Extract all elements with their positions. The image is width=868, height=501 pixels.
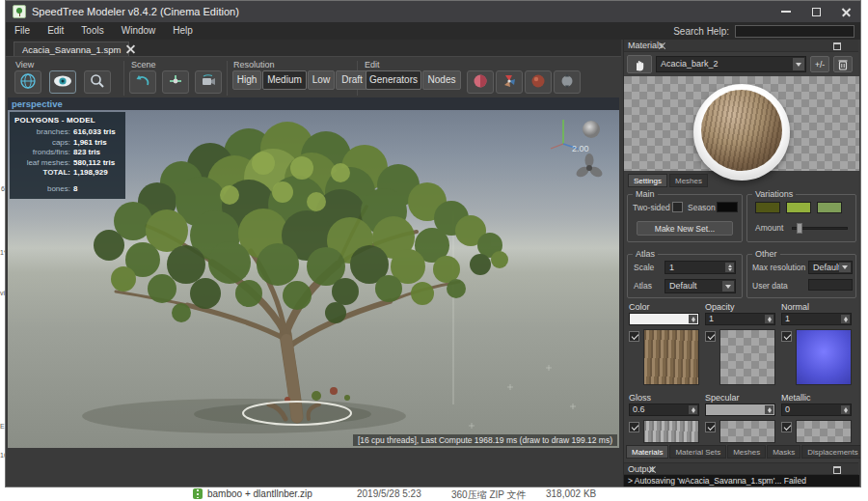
amount-slider[interactable] (792, 227, 848, 230)
node-arrows-icon (168, 73, 183, 91)
slot-opacity-bar[interactable]: 1 (705, 313, 775, 325)
spinner-arrows-icon[interactable] (765, 405, 773, 414)
menu-window[interactable]: Window (113, 22, 165, 40)
minimize-button[interactable] (772, 1, 800, 22)
slot-normal-checkbox[interactable] (781, 331, 792, 342)
stat-row: branches:616,033 tris (14, 127, 121, 138)
tab-settings[interactable]: Settings (628, 174, 667, 187)
output-log[interactable]: > Autosaving 'wAcacia_Savanna_1.spm'... … (624, 475, 859, 487)
slot-opacity-checkbox[interactable] (705, 331, 716, 342)
make-new-set-button[interactable]: Make New Set... (637, 221, 733, 236)
opacity-texture-preview[interactable] (719, 329, 775, 385)
resolution-low-button[interactable]: Low (308, 70, 335, 90)
menu-help[interactable]: Help (164, 22, 202, 40)
tab-materials[interactable]: Materials (626, 445, 668, 459)
slot-gloss-checkbox[interactable] (629, 422, 639, 432)
viewport-3d[interactable]: perspective (8, 97, 619, 448)
zoom-view-button[interactable] (84, 70, 111, 94)
edit-fan-tool-button[interactable] (496, 70, 523, 94)
desktop-file-row[interactable]: bamboo + dlantllnber.zip 2019/5/28 5:23 … (0, 487, 868, 501)
camera-mode-label[interactable]: perspective (12, 97, 619, 110)
slot-metallic-bar[interactable]: 0 (781, 404, 852, 416)
texture-slot-grid: Color Opacity 1 Normal 1 Gloss 0.6 Specu… (627, 302, 856, 443)
pink-sphere-icon (473, 73, 488, 91)
tab-meshes[interactable]: Meshes (669, 174, 708, 187)
wireframe-view-button[interactable] (14, 70, 41, 94)
delete-material-button[interactable] (833, 56, 853, 72)
tab-meshes-bottom[interactable]: Meshes (727, 445, 766, 459)
add-remove-material-button[interactable]: +/- (810, 56, 829, 72)
color-texture-preview[interactable] (643, 329, 699, 385)
scale-spinner[interactable]: 1 (665, 261, 736, 274)
show-view-button[interactable] (49, 70, 76, 94)
menu-file[interactable]: File (6, 22, 39, 40)
metallic-texture-preview[interactable] (796, 420, 852, 443)
scene-camera-button[interactable] (195, 70, 222, 94)
other-group-title: Other (752, 249, 780, 259)
material-select-dropdown[interactable]: Acacia_bark_2 (656, 56, 806, 72)
spinner-arrows-icon[interactable] (765, 315, 773, 323)
gloss-texture-preview[interactable] (643, 420, 699, 443)
tab-masks[interactable]: Masks (767, 445, 800, 459)
spinner-arrows-icon[interactable] (725, 263, 734, 272)
float-panel-icon[interactable] (833, 42, 841, 50)
atlas-dropdown[interactable]: Default (665, 279, 736, 293)
variations-group-title: Variations (752, 189, 796, 199)
trash-icon (838, 63, 848, 72)
material-preview-area[interactable] (624, 76, 859, 171)
normal-texture-preview[interactable] (796, 329, 852, 385)
spinner-arrows-icon[interactable] (689, 405, 697, 414)
edit-generators-button[interactable]: Generators (366, 70, 421, 90)
tab-material-sets[interactable]: Material Sets (669, 445, 726, 459)
document-tab[interactable]: Acacia_Savanna_1.spm (14, 42, 129, 56)
float-panel-icon[interactable] (833, 466, 841, 474)
close-document-icon[interactable] (125, 43, 136, 54)
menu-edit[interactable]: Edit (39, 22, 72, 40)
scene-undo-button[interactable] (129, 70, 156, 94)
search-help-input[interactable] (735, 25, 854, 38)
variations-group: Variations Amount (746, 194, 856, 242)
orbit-propeller-icon[interactable] (575, 153, 604, 182)
materials-panel-header[interactable]: Materials (624, 40, 858, 52)
user-data-input[interactable] (808, 279, 853, 291)
slot-specular-bar[interactable] (705, 404, 775, 416)
season-color-swatch[interactable] (717, 202, 738, 212)
other-group: Other Max resolution Default User data (746, 254, 856, 298)
spinner-arrows-icon[interactable] (689, 315, 697, 323)
slot-normal-bar[interactable]: 1 (781, 313, 852, 325)
titlebar[interactable]: SpeedTree Modeler v8.4.2 (Cinema Edition… (6, 1, 860, 22)
amount-slider-handle[interactable] (797, 223, 802, 234)
variation-swatch-2[interactable] (786, 202, 811, 213)
specular-texture-preview[interactable] (719, 420, 775, 443)
view-sphere-icon[interactable] (581, 119, 602, 140)
maximize-button[interactable] (801, 1, 830, 22)
resolution-draft-button[interactable]: Draft (336, 70, 368, 90)
edit-season-tool-button[interactable] (525, 70, 552, 94)
slot-specular-checkbox[interactable] (705, 422, 716, 432)
menu-tools[interactable]: Tools (72, 22, 112, 40)
edit-sphere-tool-button[interactable] (467, 70, 494, 94)
max-resolution-dropdown[interactable]: Default (808, 261, 853, 274)
variation-swatch-1[interactable] (755, 202, 780, 213)
two-sided-checkbox[interactable] (672, 202, 683, 212)
slot-metallic-checkbox[interactable] (781, 422, 792, 432)
edit-nodes-button[interactable]: Nodes (422, 70, 461, 90)
output-panel-header[interactable]: Output (624, 462, 858, 475)
spinner-arrows-icon[interactable] (841, 405, 850, 414)
variation-swatch-3[interactable] (817, 202, 842, 213)
tab-displacements[interactable]: Displacements (801, 445, 861, 459)
scene-node-button[interactable] (162, 70, 189, 94)
main-group-title: Main (633, 189, 658, 199)
edit-gizmo-tool-button[interactable] (554, 70, 581, 94)
pick-material-button[interactable] (627, 55, 652, 73)
close-button[interactable] (831, 1, 860, 22)
file-name: bamboo + dlantllnber.zip (207, 488, 312, 499)
spinner-arrows-icon[interactable] (841, 315, 850, 323)
slot-color-checkbox[interactable] (629, 331, 639, 342)
resolution-high-button[interactable]: High (232, 70, 261, 90)
stat-row: leaf meshes:580,112 tris (14, 158, 121, 169)
resolution-medium-button[interactable]: Medium (262, 70, 307, 90)
fan-icon (502, 73, 517, 91)
slot-color-bar[interactable] (629, 313, 699, 325)
slot-gloss-bar[interactable]: 0.6 (629, 404, 699, 416)
